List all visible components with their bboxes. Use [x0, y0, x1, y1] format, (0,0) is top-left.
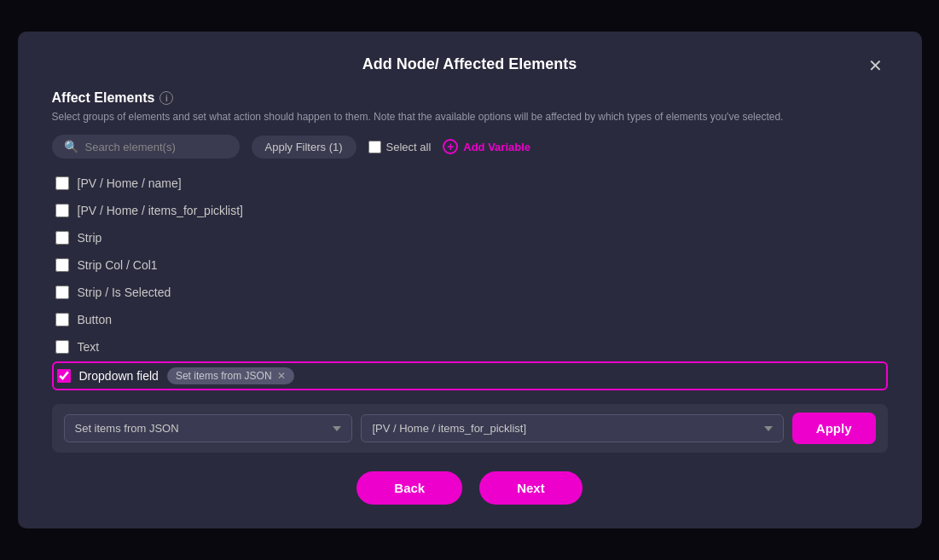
list-item[interactable]: [PV / Home / items_for_picklist] [52, 198, 888, 223]
list-item[interactable]: Strip / Is Selected [52, 280, 888, 305]
search-icon: 🔍 [64, 140, 78, 153]
section-description: Select groups of elements and set what a… [52, 111, 888, 123]
add-variable-label: Add Variable [463, 141, 530, 153]
search-input[interactable] [85, 141, 222, 153]
list-item[interactable]: Strip [52, 225, 888, 251]
element-checkbox-strip-col[interactable] [55, 258, 69, 272]
modal-container: Add Node/ Affected Elements ✕ Affect Ele… [18, 32, 922, 528]
element-label-strip-is-selected: Strip / Is Selected [78, 286, 171, 299]
add-variable-button[interactable]: + Add Variable [443, 139, 530, 154]
plus-circle-icon: + [443, 139, 458, 154]
list-item[interactable]: Dropdown fieldSet items from JSON✕ [52, 361, 888, 390]
element-checkbox-strip-is-selected[interactable] [55, 286, 69, 299]
elements-list: [PV / Home / name][PV / Home / items_for… [52, 170, 888, 390]
element-checkbox-dropdown-field[interactable] [57, 369, 71, 383]
value-select[interactable]: [PV / Home / items_for_picklist] [361, 414, 783, 442]
element-checkbox-button[interactable] [55, 313, 69, 326]
section-title-row: Affect Elements i [52, 90, 888, 106]
element-label-strip: Strip [78, 231, 102, 245]
action-bar: Set items from JSON [PV / Home / items_f… [52, 404, 888, 453]
modal-header: Add Node/ Affected Elements ✕ [52, 55, 888, 73]
tag-text: Set items from JSON [176, 370, 272, 382]
list-item[interactable]: Strip Col / Col1 [52, 252, 888, 278]
element-label-text: Text [78, 340, 100, 354]
element-label-strip-col: Strip Col / Col1 [78, 258, 158, 272]
list-item[interactable]: Text [52, 334, 888, 360]
next-button[interactable]: Next [479, 471, 583, 505]
modal-title: Add Node/ Affected Elements [362, 55, 577, 73]
element-label-dropdown-field: Dropdown field [79, 369, 159, 383]
element-checkbox-text[interactable] [55, 340, 69, 354]
select-all-label: Select all [386, 141, 432, 153]
controls-row: 🔍 Apply Filters (1) Select all + Add Var… [52, 135, 888, 159]
action-select[interactable]: Set items from JSON [64, 414, 353, 442]
search-box: 🔍 [52, 135, 240, 159]
list-item[interactable]: [PV / Home / name] [52, 170, 888, 196]
back-button[interactable]: Back [356, 471, 462, 505]
element-label-pv-home-name: [PV / Home / name] [78, 176, 182, 190]
list-item[interactable]: Button [52, 307, 888, 332]
modal-overlay: Add Node/ Affected Elements ✕ Affect Ele… [0, 0, 939, 560]
element-checkbox-pv-home-name[interactable] [55, 176, 69, 190]
element-label-pv-home-items: [PV / Home / items_for_picklist] [78, 204, 244, 217]
section-title-text: Affect Elements [52, 90, 155, 106]
apply-button[interactable]: Apply [792, 413, 876, 444]
close-button[interactable]: ✕ [863, 55, 888, 76]
element-checkbox-pv-home-items[interactable] [55, 204, 69, 217]
footer-buttons: Back Next [52, 471, 888, 505]
element-label-button: Button [78, 313, 112, 326]
info-icon: i [159, 91, 173, 105]
apply-filters-button[interactable]: Apply Filters (1) [252, 136, 356, 159]
select-all-row[interactable]: Select all [368, 141, 432, 153]
tag-badge-dropdown-field: Set items from JSON✕ [167, 367, 294, 384]
select-all-checkbox[interactable] [368, 141, 381, 153]
element-checkbox-strip[interactable] [55, 231, 69, 245]
remove-tag-button[interactable]: ✕ [277, 370, 286, 382]
